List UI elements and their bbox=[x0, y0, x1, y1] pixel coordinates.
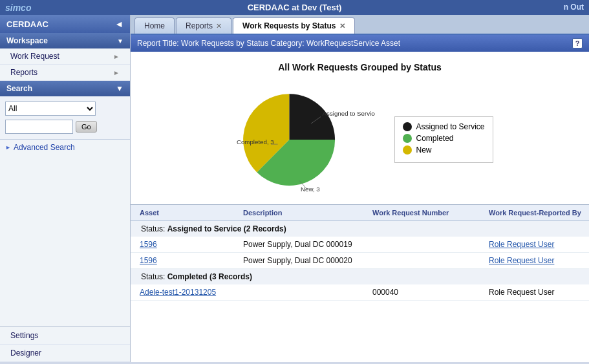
reported-by-link[interactable]: Role Request User bbox=[486, 255, 589, 266]
report-header-text: Report Title: Work Requests by Status Ca… bbox=[137, 39, 400, 48]
tabbar: Home Reports ✕ Work Requests by Status ✕ bbox=[131, 15, 589, 34]
legend-item-new: New bbox=[403, 145, 484, 155]
search-arrow-icon: ▼ bbox=[116, 84, 123, 93]
workspace-arrow: ▼ bbox=[117, 37, 123, 45]
work-request-number-cell bbox=[370, 255, 486, 266]
search-category-select[interactable]: All Work Request Asset Service bbox=[5, 102, 96, 116]
sidebar-item-reports[interactable]: Reports ► bbox=[0, 65, 130, 81]
topbar: simco CERDAAC at Dev (Test) n Out bbox=[0, 0, 589, 15]
chart-container: Assigned to Service, 2 Completed, 3 New,… bbox=[226, 81, 493, 198]
status-label-assigned: Status: Assigned to Service (2 Records) bbox=[131, 221, 589, 237]
table-area: Asset Description Work Request Number Wo… bbox=[131, 204, 589, 362]
chevron-right-icon: ► bbox=[113, 69, 120, 76]
status-group-assigned: Status: Assigned to Service (2 Records) … bbox=[131, 221, 589, 269]
search-section: Search ▼ bbox=[0, 81, 130, 96]
content-area: Report Title: Work Requests by Status Ca… bbox=[131, 34, 589, 362]
col-reported-by: Work Request-Reported By bbox=[486, 208, 589, 218]
description-cell: Power Supply, Dual DC 000019 bbox=[241, 239, 370, 250]
pin-icon[interactable]: ◄ bbox=[114, 19, 123, 29]
advanced-search-tri-icon: ► bbox=[5, 144, 11, 151]
table-header: Asset Description Work Request Number Wo… bbox=[131, 205, 589, 221]
legend-label-completed: Completed bbox=[416, 134, 453, 143]
sidebar-item-settings[interactable]: Settings bbox=[0, 327, 130, 345]
legend-label-new: New bbox=[416, 145, 431, 155]
help-button[interactable]: ? bbox=[572, 38, 583, 48]
work-request-number-cell bbox=[370, 239, 486, 250]
legend-item-completed: Completed bbox=[403, 134, 484, 143]
slice-label-new: New, 3 bbox=[301, 186, 320, 193]
sidebar-section-workspace[interactable]: Workspace ▼ bbox=[0, 33, 130, 48]
sidebar-bottom: Settings Designer bbox=[0, 327, 130, 362]
description-cell: Power Supply, Dual DC 000020 bbox=[241, 255, 370, 266]
sidebar-item-designer[interactable]: Designer bbox=[0, 345, 130, 362]
legend-dot-completed bbox=[403, 134, 412, 143]
search-input[interactable] bbox=[5, 120, 73, 134]
chart-legend: Assigned to Service Completed New bbox=[394, 116, 493, 163]
close-icon[interactable]: ✕ bbox=[216, 23, 222, 30]
chart-area: All Work Requests Grouped by Status Ass bbox=[131, 52, 589, 204]
slice-label-completed: Completed, 3 bbox=[237, 138, 274, 145]
tab-home-label: Home bbox=[144, 21, 165, 30]
chart-title: All Work Requests Grouped by Status bbox=[278, 62, 442, 72]
legend-item-assigned: Assigned to Service bbox=[403, 122, 484, 131]
workspace-label: Workspace bbox=[6, 36, 48, 45]
search-label: Search bbox=[6, 84, 32, 93]
table-row: 1596 Power Supply, Dual DC 000019 Role R… bbox=[131, 237, 589, 253]
asset-link[interactable]: 1596 bbox=[137, 239, 241, 250]
report-header-bar: Report Title: Work Requests by Status Ca… bbox=[131, 35, 589, 52]
signout-link[interactable]: n Out bbox=[564, 3, 584, 12]
pie-chart: Assigned to Service, 2 Completed, 3 New,… bbox=[226, 81, 375, 198]
close-icon[interactable]: ✕ bbox=[339, 23, 345, 30]
legend-dot-new bbox=[403, 145, 412, 155]
sidebar-item-label: Reports bbox=[10, 68, 37, 77]
advanced-search-label: Advanced Search bbox=[14, 143, 75, 152]
app-title: CERDAAC at Dev (Test) bbox=[248, 3, 342, 12]
work-request-number-cell: 000040 bbox=[370, 286, 486, 298]
reported-by-cell: Role Request User bbox=[486, 286, 589, 298]
table-row: 1596 Power Supply, Dual DC 000020 Role R… bbox=[131, 253, 589, 269]
reported-by-link[interactable]: Role Request User bbox=[486, 239, 589, 250]
go-button[interactable]: Go bbox=[76, 121, 97, 133]
status-label-completed: Status: Completed (3 Records) bbox=[131, 269, 589, 284]
advanced-search-link[interactable]: ► Advanced Search bbox=[0, 140, 130, 155]
col-asset: Asset bbox=[137, 208, 241, 218]
description-cell bbox=[241, 286, 370, 298]
sidebar-header: CERDAAC ◄ bbox=[0, 15, 130, 33]
tab-work-requests-by-status[interactable]: Work Requests by Status ✕ bbox=[233, 17, 354, 34]
tab-reports-label: Reports bbox=[186, 21, 213, 30]
sidebar-item-label: Work Request bbox=[10, 52, 59, 61]
asset-link[interactable]: 1596 bbox=[137, 255, 241, 266]
legend-dot-assigned bbox=[403, 122, 412, 131]
slice-label-assigned: Assigned to Service, 2 bbox=[323, 110, 375, 117]
status-group-completed: Status: Completed (3 Records) Adele-test… bbox=[131, 269, 589, 301]
col-description: Description bbox=[241, 208, 370, 218]
table-row: Adele-test1-20131205 000040 Role Request… bbox=[131, 284, 589, 301]
sidebar-title: CERDAAC bbox=[6, 19, 48, 29]
app-logo: simco bbox=[5, 3, 31, 13]
tab-work-requests-label: Work Requests by Status bbox=[242, 21, 336, 30]
asset-link[interactable]: Adele-test1-20131205 bbox=[137, 286, 241, 298]
tab-home[interactable]: Home bbox=[134, 17, 175, 34]
sidebar: CERDAAC ◄ Workspace ▼ Work Request ► Rep… bbox=[0, 15, 131, 362]
legend-label-assigned: Assigned to Service bbox=[416, 122, 484, 131]
sidebar-item-work-request[interactable]: Work Request ► bbox=[0, 48, 130, 65]
search-controls: All Work Request Asset Service Go bbox=[0, 96, 130, 140]
tab-reports[interactable]: Reports ✕ bbox=[176, 17, 231, 34]
chevron-right-icon: ► bbox=[113, 53, 120, 60]
main-content: Home Reports ✕ Work Requests by Status ✕… bbox=[131, 15, 589, 362]
col-work-request-number: Work Request Number bbox=[370, 208, 486, 218]
